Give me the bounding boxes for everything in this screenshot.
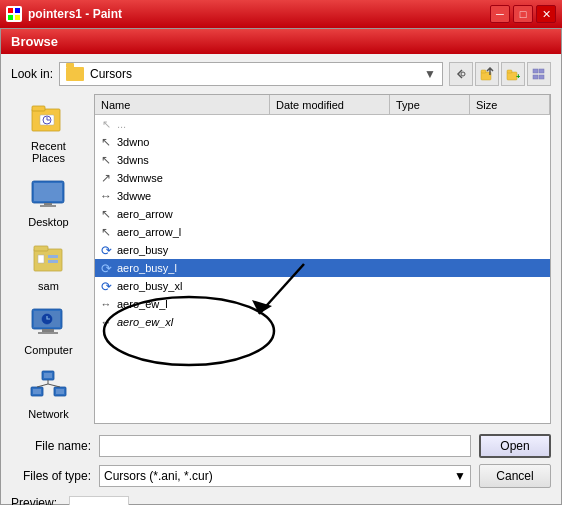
svg-rect-21	[40, 205, 56, 207]
file-name: aero_arrow_l	[115, 226, 275, 238]
svg-rect-19	[34, 183, 62, 201]
list-item[interactable]: ⟳ aero_busy_l	[95, 259, 550, 277]
list-item[interactable]: ↔ aero_ew_l	[95, 295, 550, 313]
file-list-header: Name Date modified Type Size	[95, 95, 550, 115]
app-title: pointers1 - Paint	[28, 7, 122, 21]
svg-rect-35	[33, 389, 41, 394]
open-btn-container: Open	[479, 434, 551, 458]
svg-rect-37	[56, 389, 64, 394]
sam-icon-container	[29, 238, 69, 278]
svg-point-5	[461, 72, 465, 76]
app-icon	[6, 6, 22, 22]
cursor-icon: ↖	[97, 133, 115, 151]
toolbar-buttons: +	[449, 62, 551, 86]
cursor-icon: ↖	[97, 223, 115, 241]
file-name-row: File name: Open	[11, 434, 551, 458]
list-item[interactable]: ↖ aero_arrow	[95, 205, 550, 223]
create-folder-button[interactable]: +	[501, 62, 525, 86]
cursor-icon: ↗	[97, 169, 115, 187]
sidebar-item-label-recent-places: Recent Places	[17, 140, 81, 164]
column-type[interactable]: Type	[390, 95, 470, 114]
look-in-label: Look in:	[11, 67, 53, 81]
file-list-wrapper: Name Date modified Type Size	[94, 94, 551, 424]
column-name[interactable]: Name	[95, 95, 270, 114]
file-name: 3dwnwse	[115, 172, 275, 184]
sidebar: Recent Places Desktop	[11, 94, 86, 424]
recent-places-icon-container	[29, 98, 69, 138]
svg-rect-12	[539, 69, 544, 73]
file-name: aero_busy_l	[115, 262, 275, 274]
sidebar-item-computer[interactable]: Computer	[13, 298, 85, 360]
file-name: aero_busy_xl	[115, 280, 275, 292]
file-name: aero_ew_xl	[115, 316, 275, 328]
svg-rect-26	[48, 260, 58, 263]
maximize-button[interactable]: □	[513, 5, 533, 23]
svg-rect-29	[42, 329, 54, 332]
preview-box	[69, 496, 129, 505]
file-type-dropdown[interactable]: Cursors (*.ani, *.cur) ▼	[99, 465, 471, 487]
list-item[interactable]: ↖ aero_arrow_l	[95, 223, 550, 241]
browse-dialog: Browse Look in: Cursors ▼	[0, 28, 562, 505]
column-date-modified[interactable]: Date modified	[270, 95, 390, 114]
file-name: 3dwno	[115, 136, 275, 148]
cancel-button[interactable]: Cancel	[479, 464, 551, 488]
recent-places-icon	[30, 101, 68, 135]
up-folder-button[interactable]	[475, 62, 499, 86]
list-item[interactable]: ↖ 3dwns	[95, 151, 550, 169]
svg-rect-11	[533, 69, 538, 73]
file-name: aero_busy	[115, 244, 275, 256]
file-name: 3dwwe	[115, 190, 275, 202]
back-button[interactable]	[449, 62, 473, 86]
list-item[interactable]: ↗ 3dwnwse	[95, 169, 550, 187]
list-item[interactable]: ↔ 3dwwe	[95, 187, 550, 205]
sidebar-item-sam[interactable]: sam	[13, 234, 85, 296]
list-item[interactable]: ⟳ aero_busy_xl	[95, 277, 550, 295]
sidebar-item-recent-places[interactable]: Recent Places	[13, 94, 85, 168]
sidebar-item-network[interactable]: Network	[13, 362, 85, 424]
svg-rect-4	[15, 15, 20, 20]
minimize-button[interactable]: ─	[490, 5, 510, 23]
file-list-container: Name Date modified Type Size	[94, 94, 551, 424]
dialog-body: Look in: Cursors ▼	[1, 54, 561, 505]
list-item[interactable]: ↖ 3dwno	[95, 133, 550, 151]
desktop-icon-container	[29, 174, 69, 214]
window-controls: ─ □ ✕	[490, 5, 556, 23]
file-name: ...	[115, 118, 275, 130]
open-button[interactable]: Open	[479, 434, 551, 458]
svg-rect-23	[34, 246, 48, 251]
bottom-section: File name: Open Files of type: Cursors (…	[11, 430, 551, 505]
preview-label: Preview:	[11, 496, 61, 505]
dropdown-arrow-icon: ▼	[424, 67, 436, 81]
file-name-label: File name:	[11, 439, 91, 453]
toolbar-row: Look in: Cursors ▼	[11, 62, 551, 86]
look-in-dropdown[interactable]: Cursors ▼	[59, 62, 443, 86]
list-item[interactable]: ⟳ aero_busy	[95, 241, 550, 259]
svg-rect-24	[38, 255, 44, 263]
svg-rect-14	[539, 75, 544, 79]
file-row-truncated-top[interactable]: ↖ ...	[95, 115, 550, 133]
title-bar: pointers1 - Paint ─ □ ✕	[0, 0, 562, 28]
sidebar-item-label-computer: Computer	[24, 344, 72, 356]
close-button[interactable]: ✕	[536, 5, 556, 23]
cursor-icon: ↖	[97, 151, 115, 169]
sidebar-item-desktop[interactable]: Desktop	[13, 170, 85, 232]
main-area: Recent Places Desktop	[11, 94, 551, 424]
svg-rect-7	[481, 70, 486, 73]
column-size[interactable]: Size	[470, 95, 550, 114]
file-name-input[interactable]	[99, 435, 471, 457]
view-button[interactable]	[527, 62, 551, 86]
preview-section: Preview:	[11, 496, 551, 505]
svg-rect-13	[533, 75, 538, 79]
cancel-btn-container: Cancel	[479, 464, 551, 488]
busy-xl-cursor-icon: ⟳	[97, 277, 115, 295]
list-item[interactable]: ↔ aero_ew_xl	[95, 313, 550, 331]
file-name: aero_arrow	[115, 208, 275, 220]
busy-l-cursor-icon: ⟳	[97, 259, 115, 277]
folder-icon	[66, 67, 84, 81]
network-icon	[30, 369, 68, 403]
file-type-label: Files of type:	[11, 469, 91, 483]
computer-icon	[30, 305, 68, 339]
file-name: aero_ew_l	[115, 298, 275, 310]
file-list-scroll[interactable]: ↖ ... ↖ 3dwno	[95, 115, 550, 423]
cursor-icon: ↔	[97, 187, 115, 205]
